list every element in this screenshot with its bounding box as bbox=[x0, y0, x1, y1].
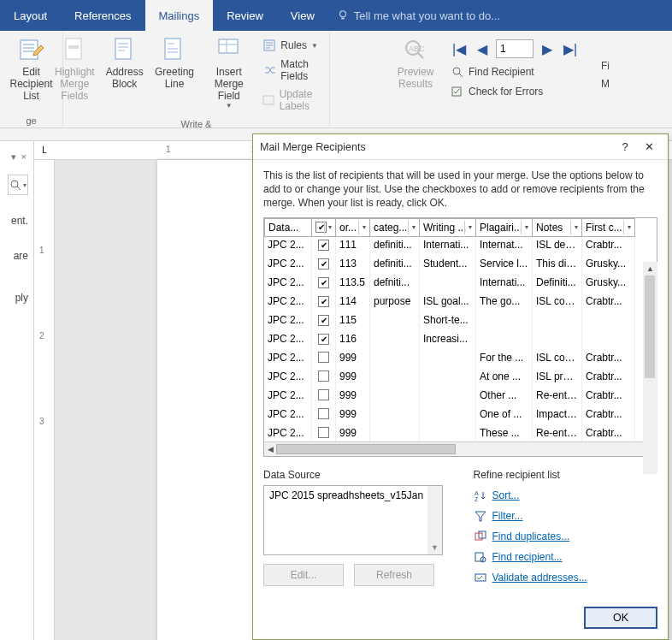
first-record-button[interactable]: |◀ bbox=[450, 39, 469, 58]
scroll-left-icon[interactable]: ◀ bbox=[264, 442, 277, 457]
update-labels-button[interactable]: Update Labels bbox=[260, 86, 341, 114]
edit-recipients-icon bbox=[18, 36, 45, 63]
table-row[interactable]: JPC 2...999For the ...ISL com...Crabtr..… bbox=[264, 350, 657, 369]
cell-data: JPC 2... bbox=[264, 293, 312, 312]
col-data[interactable]: Data... bbox=[264, 218, 312, 237]
data-source-label: Data Source bbox=[263, 469, 448, 481]
highlight-merge-fields-button[interactable]: Highlight Merge Fields bbox=[50, 34, 99, 104]
next-record-button[interactable]: ▶ bbox=[538, 39, 557, 58]
scroll-up-icon[interactable]: ▲ bbox=[643, 262, 657, 276]
row-checkbox[interactable] bbox=[318, 352, 329, 363]
ok-button[interactable]: OK bbox=[584, 607, 657, 629]
table-row[interactable]: JPC 2...999These ...Re-entr...Crabtr... bbox=[264, 425, 657, 441]
chevron-down-icon[interactable]: ▾ bbox=[521, 221, 531, 234]
row-checkbox[interactable] bbox=[318, 427, 329, 438]
cell-checkbox[interactable] bbox=[312, 350, 336, 369]
refresh-button[interactable]: Refresh bbox=[354, 564, 434, 586]
dialog-titlebar[interactable]: Mail Merge Recipients ? ✕ bbox=[253, 134, 668, 160]
dialog-close-button[interactable]: ✕ bbox=[637, 140, 661, 153]
find-recipient-button[interactable]: Find Recipient bbox=[448, 63, 581, 80]
insert-merge-field-button[interactable]: Insert Merge Field▼ bbox=[199, 34, 258, 112]
find-recipient-link[interactable]: Find recipient... bbox=[474, 550, 658, 564]
grid-v-scrollbar[interactable]: ▲ bbox=[643, 262, 657, 474]
table-row[interactable]: JPC 2...✔111definiti...Internati...Inter… bbox=[264, 237, 657, 256]
scroll-thumb[interactable] bbox=[276, 444, 456, 454]
chevron-down-icon[interactable]: ▾ bbox=[570, 221, 581, 234]
table-row[interactable]: JPC 2...✔114purposeISL goal...The go...I… bbox=[264, 293, 657, 312]
cell-checkbox[interactable]: ✔ bbox=[312, 293, 336, 312]
row-checkbox[interactable]: ✔ bbox=[318, 240, 329, 251]
row-checkbox[interactable] bbox=[318, 389, 329, 400]
table-row[interactable]: JPC 2...999Other ...Re-entr...Crabtr... bbox=[264, 388, 657, 406]
prev-record-button[interactable]: ◀ bbox=[473, 39, 492, 58]
sort-link[interactable]: AZSort... bbox=[474, 489, 658, 502]
row-checkbox[interactable]: ✔ bbox=[318, 334, 329, 345]
col-order[interactable]: or...▾ bbox=[336, 218, 370, 237]
table-row[interactable]: JPC 2...✔113definiti...Student...Service… bbox=[264, 256, 657, 275]
row-checkbox[interactable]: ✔ bbox=[318, 277, 329, 288]
validate-addresses-link[interactable]: Validate addresses... bbox=[474, 571, 658, 584]
record-number-input[interactable] bbox=[496, 39, 533, 58]
col-category[interactable]: categ...▾ bbox=[370, 218, 420, 237]
grid-h-scrollbar[interactable]: ◀ ▶ bbox=[264, 441, 657, 456]
row-checkbox[interactable]: ✔ bbox=[318, 296, 329, 307]
row-checkbox[interactable] bbox=[318, 408, 329, 419]
cell-checkbox[interactable]: ✔ bbox=[312, 256, 336, 275]
table-row[interactable]: JPC 2...999At one ...ISL prog...Crabtr..… bbox=[264, 369, 657, 388]
cell-checkbox[interactable]: ✔ bbox=[312, 237, 336, 256]
table-row[interactable]: JPC 2...✔116Increasi... bbox=[264, 331, 657, 350]
col-checkbox[interactable]: ✔▾ bbox=[312, 218, 336, 237]
greeting-line-button[interactable]: Greeting Line bbox=[150, 34, 199, 92]
preview-results-button[interactable]: ABC Preview Results bbox=[388, 34, 443, 92]
cell-checkbox[interactable]: ✔ bbox=[312, 312, 336, 331]
row-checkbox[interactable] bbox=[318, 370, 329, 382]
tab-layout[interactable]: Layout bbox=[0, 0, 61, 31]
row-checkbox[interactable]: ✔ bbox=[318, 258, 329, 270]
cell-checkbox[interactable] bbox=[312, 388, 336, 406]
match-fields-button[interactable]: Match Fields bbox=[260, 56, 341, 84]
scroll-down-icon[interactable]: ▼ bbox=[427, 541, 442, 554]
table-row[interactable]: JPC 2...✔115Short-te... bbox=[264, 312, 657, 331]
data-source-item[interactable]: JPC 2015 spreadhsheets_v15Jan bbox=[269, 489, 423, 501]
cell-checkbox[interactable] bbox=[312, 425, 336, 441]
cell-category: purpose bbox=[370, 293, 420, 312]
table-row[interactable]: JPC 2...999One of ...Impact ...Crabtr... bbox=[264, 406, 657, 425]
find-duplicates-link[interactable]: Find duplicates... bbox=[474, 530, 658, 543]
row-checkbox[interactable]: ✔ bbox=[318, 315, 329, 326]
data-source-list[interactable]: JPC 2015 spreadhsheets_v15Jan ▼ bbox=[263, 485, 443, 555]
col-plagiarism[interactable]: Plagairi...▾ bbox=[476, 218, 533, 237]
tab-review[interactable]: Review bbox=[213, 0, 277, 31]
rules-button[interactable]: Rules ▼ bbox=[260, 37, 341, 54]
cell-plagiarism: Other ... bbox=[476, 388, 533, 406]
tab-references[interactable]: References bbox=[61, 0, 144, 31]
filter-link[interactable]: Filter... bbox=[474, 509, 658, 523]
scroll-thumb-v[interactable] bbox=[645, 276, 655, 378]
col-notes[interactable]: Notes▾ bbox=[533, 218, 582, 237]
cell-checkbox[interactable] bbox=[312, 406, 336, 425]
cell-checkbox[interactable]: ✔ bbox=[312, 275, 336, 293]
close-pane-button[interactable]: ▾× bbox=[4, 148, 33, 166]
tab-mailings[interactable]: Mailings bbox=[145, 0, 214, 31]
chevron-down-icon[interactable]: ▾ bbox=[623, 221, 634, 234]
check-errors-button[interactable]: Check for Errors bbox=[448, 83, 581, 100]
cell-checkbox[interactable] bbox=[312, 369, 336, 388]
cell-checkbox[interactable]: ✔ bbox=[312, 331, 336, 350]
chevron-down-icon[interactable]: ▾ bbox=[408, 221, 418, 234]
tell-me-box[interactable]: Tell me what you want to do... bbox=[328, 9, 509, 22]
vertical-ruler[interactable]: 1 2 3 bbox=[34, 160, 55, 640]
cell-category bbox=[370, 331, 420, 350]
ds-scrollbar[interactable]: ▼ bbox=[427, 486, 442, 554]
col-first[interactable]: First c...▾ bbox=[582, 218, 635, 237]
tab-selector[interactable]: L bbox=[34, 141, 55, 159]
search-button[interactable]: ▾ bbox=[8, 175, 28, 195]
edit-datasource-button[interactable]: Edit... bbox=[263, 564, 344, 586]
last-record-button[interactable]: ▶| bbox=[561, 39, 580, 58]
dialog-help-button[interactable]: ? bbox=[613, 140, 637, 153]
chevron-down-icon[interactable]: ▾ bbox=[358, 221, 368, 234]
tab-view[interactable]: View bbox=[277, 0, 328, 31]
col-writing[interactable]: Writing ...▾ bbox=[420, 218, 476, 237]
address-block-button[interactable]: Address Block bbox=[100, 34, 150, 92]
table-row[interactable]: JPC 2...✔113.5defniti...Internati...Defi… bbox=[264, 275, 657, 293]
chevron-down-icon[interactable]: ▾ bbox=[464, 221, 475, 234]
chevron-down-icon[interactable]: ▾ bbox=[324, 221, 334, 234]
